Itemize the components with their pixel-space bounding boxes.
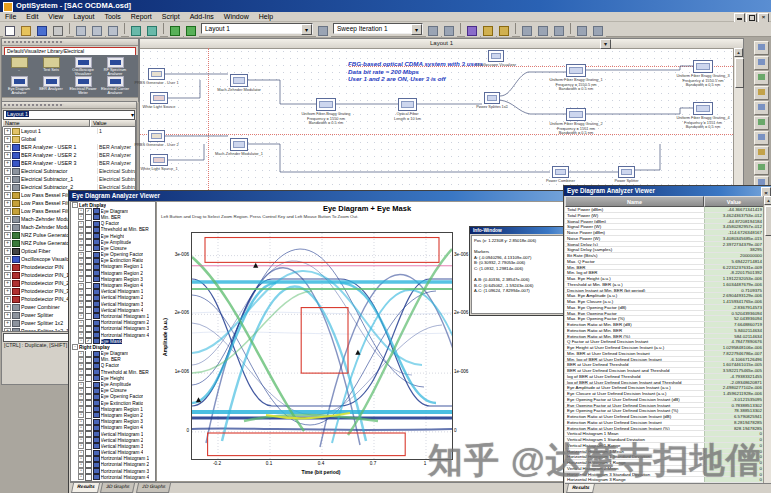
info-window[interactable]: Info-Window Pos (x: 1.22308 y: 2.85018e-… xyxy=(469,226,575,316)
zoom-in-icon[interactable] xyxy=(575,23,590,37)
expander-icon[interactable]: + xyxy=(78,320,84,326)
expander-icon[interactable]: + xyxy=(4,128,11,135)
viewer-title-bar[interactable]: Eye Diagram Analyzer Viewer xyxy=(69,191,580,201)
results-vscrollbar[interactable] xyxy=(763,196,771,484)
expander-icon[interactable]: + xyxy=(4,216,11,223)
expander-icon[interactable]: + xyxy=(4,256,11,263)
tree-row[interactable]: +Electrical SubtractorElectrical Subtra.… xyxy=(3,167,135,175)
tab-results[interactable]: Results xyxy=(566,484,595,493)
display-tree-item[interactable]: +Histogram Region 2 xyxy=(71,412,155,418)
display-tree-item[interactable]: +Eye Extinction Ratio xyxy=(71,258,155,264)
expander-icon[interactable]: + xyxy=(78,270,84,276)
tab-results[interactable]: Results xyxy=(71,483,100,493)
expander-icon[interactable]: + xyxy=(78,394,84,400)
expander-icon[interactable]: + xyxy=(78,351,84,357)
expander-icon[interactable]: + xyxy=(78,214,84,220)
tree-row[interactable]: +Layout 11 xyxy=(3,127,135,135)
menu-file[interactable]: File xyxy=(0,12,21,21)
library-item[interactable]: Oscilloscope Visualizer xyxy=(67,56,99,75)
expander-icon[interactable]: + xyxy=(78,338,84,344)
add-sweep-icon[interactable] xyxy=(316,23,331,37)
expander-icon[interactable]: + xyxy=(78,326,84,332)
wls-block[interactable] xyxy=(150,92,168,104)
comb-block[interactable] xyxy=(552,166,569,178)
display-tree-item[interactable]: +Horizontal Histogram 4 xyxy=(71,332,155,338)
display-tree-item[interactable]: +Histogram Region 1 xyxy=(71,406,155,412)
expander-icon[interactable]: + xyxy=(4,272,11,279)
expander-icon[interactable]: + xyxy=(78,462,84,468)
new-icon[interactable] xyxy=(3,23,18,37)
view-report-icon[interactable] xyxy=(536,23,551,37)
port-tool-icon[interactable] xyxy=(754,116,769,130)
info-window-title-bar[interactable]: Info-Window xyxy=(470,227,574,234)
scroll-thumb[interactable] xyxy=(735,58,744,88)
zoom-out-icon[interactable] xyxy=(591,23,606,37)
expander-icon[interactable]: + xyxy=(78,382,84,388)
expander-icon[interactable]: + xyxy=(78,283,84,289)
browser-panel-header[interactable] xyxy=(2,102,136,109)
expander-icon[interactable]: + xyxy=(4,280,11,287)
expander-icon[interactable]: + xyxy=(78,289,84,295)
menu-help[interactable]: Help xyxy=(254,12,278,21)
menu-add-ins[interactable]: Add-Ins xyxy=(185,12,219,21)
column-header-value[interactable]: Value xyxy=(704,196,764,207)
expander-icon[interactable]: + xyxy=(78,258,84,264)
expander-icon[interactable]: + xyxy=(4,296,11,303)
expander-icon[interactable]: + xyxy=(4,240,11,247)
expander-icon[interactable]: + xyxy=(78,301,84,307)
column-header-name[interactable]: Name xyxy=(2,119,90,127)
fbg-block[interactable] xyxy=(566,64,586,77)
expander-icon[interactable]: + xyxy=(78,412,84,418)
layout-tool-icon[interactable] xyxy=(754,146,769,160)
expander-icon[interactable]: + xyxy=(78,252,84,258)
wire-tool-icon[interactable] xyxy=(754,131,769,145)
expander-icon[interactable]: + xyxy=(78,363,84,369)
scroll-up-icon[interactable] xyxy=(764,196,771,205)
display-tree-item[interactable]: +Horizontal Histogram 3 xyxy=(71,468,155,474)
library-item[interactable]: Test Sets xyxy=(35,56,67,75)
display-tree-item[interactable]: +Eye Opening Factor xyxy=(71,252,155,258)
expander-icon[interactable]: + xyxy=(78,239,84,245)
expander-icon[interactable]: + xyxy=(78,332,84,338)
expander-icon[interactable]: + xyxy=(4,144,11,151)
expander-icon[interactable]: + xyxy=(78,221,84,227)
expander-icon[interactable]: + xyxy=(78,295,84,301)
expander-icon[interactable]: + xyxy=(78,233,84,239)
tree-row[interactable]: +BER Analyzer - USER 1BER Analyzer xyxy=(3,143,135,151)
display-tree-item[interactable]: +Threshold at Min. BER xyxy=(71,369,155,375)
display-tree-item[interactable]: +Vertical Histogram 4 xyxy=(71,307,155,313)
menu-window[interactable]: Window xyxy=(219,12,254,21)
print-icon[interactable] xyxy=(51,23,66,37)
display-tree-item[interactable]: +Histogram Region 4 xyxy=(71,282,155,288)
expander-icon[interactable]: + xyxy=(78,388,84,394)
expander-icon[interactable]: + xyxy=(78,419,84,425)
split-block[interactable] xyxy=(484,92,500,104)
sweep-tool-icon[interactable] xyxy=(754,161,769,175)
expander-icon[interactable]: + xyxy=(4,136,11,143)
expander-icon[interactable]: + xyxy=(78,369,84,375)
mzm-block[interactable] xyxy=(230,74,248,87)
mzm-block[interactable] xyxy=(230,138,248,151)
checkbox[interactable] xyxy=(85,338,92,344)
expander-icon[interactable]: + xyxy=(4,192,11,199)
expander-icon[interactable]: + xyxy=(4,304,11,311)
expander-icon[interactable]: + xyxy=(4,168,11,175)
expander-icon[interactable]: + xyxy=(4,176,11,183)
expander-icon[interactable]: + xyxy=(78,357,84,363)
split-block[interactable] xyxy=(618,166,635,178)
toolbar-combobox[interactable]: Layout 1 xyxy=(201,23,313,34)
script-icon[interactable] xyxy=(497,23,512,37)
scroll-thumb[interactable] xyxy=(765,206,771,236)
library-item[interactable]: BER Analyzer xyxy=(35,75,67,94)
expander-icon[interactable]: + xyxy=(4,224,11,231)
copy-icon[interactable] xyxy=(90,23,105,37)
library-item[interactable]: Electrical Power Meter xyxy=(67,75,99,94)
expander-icon[interactable]: + xyxy=(78,450,84,456)
fbg-block[interactable] xyxy=(693,60,713,73)
expander-icon[interactable]: + xyxy=(78,431,84,437)
display-tree-item[interactable]: +Vertical Histogram 2 xyxy=(71,437,155,443)
scroll-up-icon[interactable] xyxy=(734,48,743,57)
tab-2d-graphs[interactable]: 2D Graphs xyxy=(135,483,170,493)
display-tree-item[interactable]: +Horizontal Histogram 1 xyxy=(71,456,155,462)
display-tree-item[interactable]: +Eye Extinction Ratio xyxy=(71,400,155,406)
